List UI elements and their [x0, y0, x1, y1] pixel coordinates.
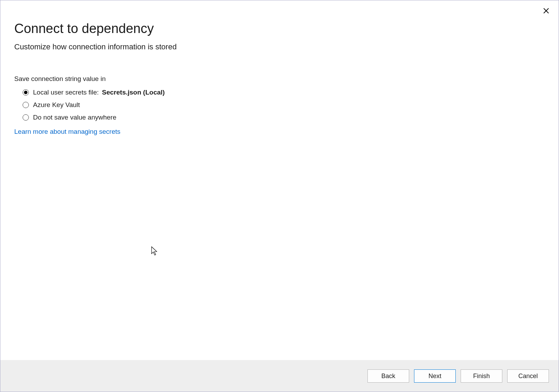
- dialog-title: Connect to dependency: [14, 21, 545, 36]
- radio-label: Do not save value anywhere: [33, 114, 116, 121]
- dialog-content: Connect to dependency Customize how conn…: [0, 0, 559, 360]
- radio-option-local-secrets[interactable]: Local user secrets file: Secrets.json (L…: [23, 88, 545, 97]
- close-icon: [543, 8, 549, 14]
- radio-group-save-location: Local user secrets file: Secrets.json (L…: [14, 88, 545, 122]
- radio-option-azure-key-vault[interactable]: Azure Key Vault: [23, 100, 545, 110]
- cancel-button[interactable]: Cancel: [507, 369, 549, 383]
- connect-dependency-dialog: Connect to dependency Customize how conn…: [0, 0, 559, 392]
- radio-icon: [23, 114, 29, 121]
- radio-label: Azure Key Vault: [33, 101, 80, 109]
- next-button[interactable]: Next: [414, 369, 456, 383]
- section-label: Save connection string value in: [14, 75, 545, 83]
- radio-option-do-not-save[interactable]: Do not save value anywhere: [23, 113, 545, 122]
- close-button[interactable]: [542, 7, 550, 15]
- dialog-footer: Back Next Finish Cancel: [0, 360, 559, 392]
- learn-more-link[interactable]: Learn more about managing secrets: [14, 128, 120, 136]
- finish-button[interactable]: Finish: [461, 369, 502, 383]
- dialog-subtitle: Customize how connection information is …: [14, 42, 545, 51]
- radio-icon: [23, 89, 29, 96]
- back-button[interactable]: Back: [367, 369, 409, 383]
- radio-label: Local user secrets file: Secrets.json (L…: [33, 89, 165, 96]
- radio-icon: [23, 102, 29, 108]
